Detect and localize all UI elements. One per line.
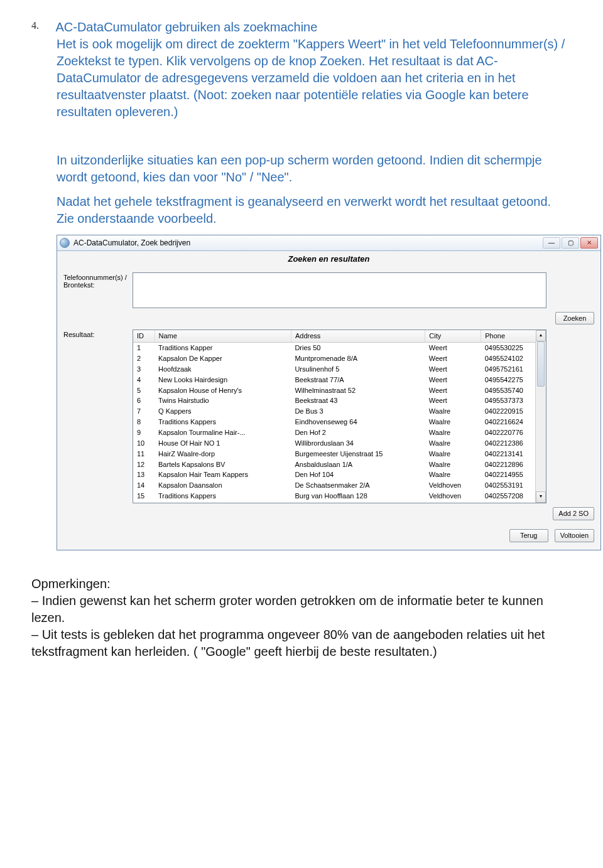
scroll-thumb[interactable]: [537, 341, 545, 387]
table-cell: 16: [133, 501, 155, 504]
table-cell: Beekstraat 77/A: [291, 375, 425, 385]
table-cell: Twins Hairstudio: [155, 395, 291, 406]
table-cell: Weert: [425, 395, 481, 406]
column-header[interactable]: Address: [291, 330, 425, 342]
table-cell: 11: [133, 449, 155, 459]
result-label: Resultaat:: [63, 330, 133, 503]
table-row[interactable]: 12Bartels Kapsalons BVAnsbalduslaan 1/AW…: [133, 459, 546, 470]
table-cell: Waalre: [425, 469, 481, 480]
column-header[interactable]: ID: [133, 330, 155, 342]
table-row[interactable]: 10House Of Hair NO 1Willibrorduslaan 34W…: [133, 438, 546, 449]
table-row[interactable]: 2Kapsalon De KapperMuntpromenade 8/AWeer…: [133, 353, 546, 364]
remarks-block: Opmerkingen: – Indien gewenst kan het sc…: [31, 576, 572, 660]
source-textarea[interactable]: [133, 272, 546, 308]
table-row[interactable]: 6Twins HairstudioBeekstraat 43Weert04955…: [133, 395, 546, 406]
table-cell: 10: [133, 438, 155, 449]
result-table-container: IDNameAddressCityPhone 1Traditions Kappe…: [133, 330, 546, 503]
app-icon: [60, 238, 70, 248]
table-cell: Den Hof 104: [291, 469, 425, 480]
table-row[interactable]: 9Kapsalon Tourmaline Hair-...Den Hof 2Wa…: [133, 427, 546, 438]
source-label: Telefoonnummer(s) / Brontekst:: [63, 272, 133, 289]
table-cell: Hoofdzaak: [155, 364, 291, 375]
scroll-down-icon[interactable]: ▾: [536, 491, 546, 503]
table-cell: Waalre: [425, 406, 481, 417]
table-cell: Weert: [425, 353, 481, 364]
table-cell: HairZ Waalre-dorp: [155, 449, 291, 459]
table-cell: De Bus 3: [291, 406, 425, 417]
table-cell: 2: [133, 353, 155, 364]
add-button[interactable]: Add 2 SO: [553, 507, 594, 520]
table-cell: Veldhoven: [425, 501, 481, 504]
table-cell: 15: [133, 491, 155, 501]
search-button[interactable]: Zoeken: [555, 312, 594, 325]
column-header[interactable]: City: [425, 330, 481, 342]
table-row[interactable]: 3HoofdzaakUrsulinenhof 5Weert0495752161: [133, 364, 546, 375]
table-row[interactable]: 1Traditions KapperDries 50Weert049553022…: [133, 343, 546, 353]
table-cell: Dries 50: [291, 343, 425, 353]
table-cell: Beekstraat 43: [291, 395, 425, 406]
table-row[interactable]: 8Traditions KappersEindhovenseweg 64Waal…: [133, 417, 546, 427]
maximize-button[interactable]: ▢: [562, 237, 579, 249]
paragraph-2: In uitzonderlijke situaties kan een pop-…: [57, 152, 572, 186]
table-cell: Waalre: [425, 417, 481, 427]
table-cell: Waalre: [425, 427, 481, 438]
paragraph-1: Het is ook mogelijk om direct de zoekter…: [57, 36, 572, 121]
table-cell: Weert: [425, 375, 481, 385]
table-cell: Waalre: [425, 449, 481, 459]
table-row[interactable]: 15Traditions KappersBurg van Hoofflaan 1…: [133, 491, 546, 501]
column-header[interactable]: Name: [155, 330, 291, 342]
remarks-title: Opmerkingen:: [31, 576, 572, 592]
result-table: IDNameAddressCityPhone 1Traditions Kappe…: [133, 330, 546, 503]
table-cell: 7: [133, 406, 155, 417]
remark-1: – Indien gewenst kan het scherm groter w…: [31, 592, 572, 626]
scroll-up-icon[interactable]: ▴: [536, 330, 546, 341]
table-cell: New Looks Hairdesign: [155, 375, 291, 385]
table-cell: 5: [133, 385, 155, 396]
table-cell: Ursulinenhof 5: [291, 364, 425, 375]
table-cell: 1: [133, 343, 155, 353]
table-cell: Traditions Kappers: [155, 491, 291, 501]
minimize-button[interactable]: —: [543, 237, 560, 249]
table-cell: Wilhelminastraat 52: [291, 385, 425, 396]
table-row[interactable]: 4New Looks HairdesignBeekstraat 77/AWeer…: [133, 375, 546, 385]
table-cell: Kapsalon De Kapper: [155, 353, 291, 364]
table-cell: Waalre: [425, 459, 481, 470]
table-cell: 12: [133, 459, 155, 470]
table-cell: Traditions Kapper: [155, 343, 291, 353]
table-cell: Kromstraat 13/G: [291, 501, 425, 504]
table-cell: Burgemeester Uijenstraat 15: [291, 449, 425, 459]
table-row[interactable]: 11HairZ Waalre-dorpBurgemeester Uijenstr…: [133, 449, 546, 459]
titlebar: AC-DataCumulator, Zoek bedrijven — ▢ ✕: [57, 235, 600, 251]
table-cell: House Of Hair NO 1: [155, 438, 291, 449]
table-cell: Veldhoven: [425, 491, 481, 501]
table-cell: Kapsalon House of Henry's: [155, 385, 291, 396]
finish-button[interactable]: Voltooien: [555, 529, 594, 542]
table-cell: Eindhovenseweg 64: [291, 417, 425, 427]
table-cell: Kapsalon Hair Team Kappers: [155, 469, 291, 480]
window-title: AC-DataCumulator, Zoek bedrijven: [73, 238, 543, 248]
table-cell: Willibrorduslaan 34: [291, 438, 425, 449]
table-cell: Veldhoven: [425, 480, 481, 491]
close-button[interactable]: ✕: [580, 237, 598, 249]
table-cell: Kapsalon Daansalon: [155, 480, 291, 491]
table-cell: 14: [133, 480, 155, 491]
table-cell: Muntpromenade 8/A: [291, 353, 425, 364]
table-cell: Burg van Hoofflaan 128: [291, 491, 425, 501]
table-cell: 4: [133, 375, 155, 385]
table-cell: Weert: [425, 364, 481, 375]
paragraph-3: Nadat het gehele tekstfragment is geanal…: [57, 193, 572, 227]
scrollbar[interactable]: ▴ ▾: [535, 341, 546, 503]
table-row[interactable]: 14Kapsalon DaansalonDe Schaatsenmaker 2/…: [133, 480, 546, 491]
table-cell: Weert: [425, 385, 481, 396]
table-row[interactable]: 16Glamm KapperKromstraat 13/GVeldhoven04…: [133, 501, 546, 504]
back-button[interactable]: Terug: [509, 529, 548, 542]
table-cell: 3: [133, 364, 155, 375]
table-row[interactable]: 5Kapsalon House of Henry'sWilhelminastra…: [133, 385, 546, 396]
table-row[interactable]: 7Q KappersDe Bus 3Waalre0402220915: [133, 406, 546, 417]
table-cell: Ansbalduslaan 1/A: [291, 459, 425, 470]
table-cell: Q Kappers: [155, 406, 291, 417]
table-cell: 13: [133, 469, 155, 480]
table-cell: Glamm Kapper: [155, 501, 291, 504]
list-number: 4.: [31, 19, 53, 33]
table-row[interactable]: 13Kapsalon Hair Team KappersDen Hof 104W…: [133, 469, 546, 480]
